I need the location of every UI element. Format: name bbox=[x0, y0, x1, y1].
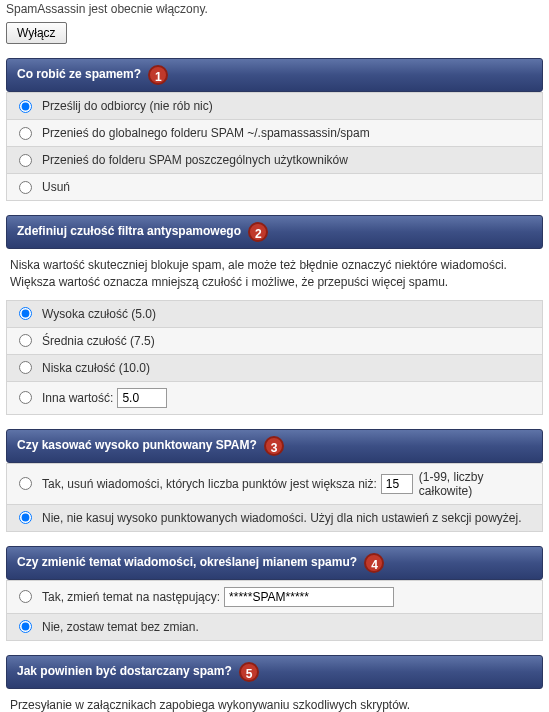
section-title: Zdefiniuj czułość filtra antyspamowego bbox=[17, 224, 241, 238]
option-medium-sensitivity[interactable]: Średnia czułość (7.5) bbox=[7, 327, 542, 354]
option-move-user-spam[interactable]: Przenieś do folderu SPAM poszczególnych … bbox=[7, 146, 542, 173]
options-sensitivity: Wysoka czułość (5.0) Średnia czułość (7.… bbox=[6, 300, 543, 415]
radio-custom-sensitivity[interactable] bbox=[19, 391, 32, 404]
section-title: Czy kasować wysoko punktowany SPAM? bbox=[17, 438, 257, 452]
section-header-rewrite-subject: Czy zmienić temat wiadomości, określanej… bbox=[6, 546, 543, 580]
badge-3: 3 bbox=[264, 436, 284, 456]
custom-sensitivity-input[interactable] bbox=[117, 388, 167, 408]
threshold-suffix: (1-99, liczby całkowite) bbox=[419, 470, 532, 498]
section-header-delivery: Jak powinien być dostarczany spam? 5 bbox=[6, 655, 543, 689]
delivery-description: Przesyłanie w załącznikach zapobiega wyk… bbox=[0, 689, 549, 712]
radio-delete-yes[interactable] bbox=[19, 477, 32, 490]
section-header-delete-high: Czy kasować wysoko punktowany SPAM? 3 bbox=[6, 429, 543, 463]
sensitivity-description: Niska wartość skuteczniej blokuje spam, … bbox=[0, 249, 549, 300]
radio-send-to-recipient[interactable] bbox=[19, 100, 32, 113]
toggle-button[interactable]: Wyłącz bbox=[6, 22, 67, 44]
option-rewrite-no[interactable]: Nie, zostaw temat bez zmian. bbox=[7, 613, 542, 640]
options-delete-high: Tak, usuń wiadomości, których liczba pun… bbox=[6, 463, 543, 532]
option-send-to-recipient[interactable]: Prześlij do odbiorcy (nie rób nic) bbox=[7, 92, 542, 119]
option-custom-sensitivity[interactable]: Inna wartość: bbox=[7, 381, 542, 414]
option-label: Przenieś do globalnego folderu SPAM ~/.s… bbox=[42, 126, 370, 140]
section-title: Co robić ze spamem? bbox=[17, 67, 141, 81]
subject-prefix-input[interactable] bbox=[224, 587, 394, 607]
option-label: Tak, zmień temat na następujący: bbox=[42, 590, 220, 604]
options-spam-action: Prześlij do odbiorcy (nie rób nic) Przen… bbox=[6, 92, 543, 201]
status-text: SpamAssassin jest obecnie włączony. bbox=[0, 0, 549, 22]
options-rewrite-subject: Tak, zmień temat na następujący: Nie, zo… bbox=[6, 580, 543, 641]
option-delete-yes[interactable]: Tak, usuń wiadomości, których liczba pun… bbox=[7, 463, 542, 504]
radio-low-sensitivity[interactable] bbox=[19, 361, 32, 374]
badge-1: 1 bbox=[148, 65, 168, 85]
radio-delete[interactable] bbox=[19, 181, 32, 194]
option-label: Średnia czułość (7.5) bbox=[42, 334, 155, 348]
option-label: Nie, nie kasuj wysoko punktowanych wiado… bbox=[42, 511, 522, 525]
desc-line: Większa wartość oznacza mniejszą czułość… bbox=[10, 275, 448, 289]
badge-2: 2 bbox=[248, 222, 268, 242]
radio-delete-no[interactable] bbox=[19, 511, 32, 524]
option-move-global-spam[interactable]: Przenieś do globalnego folderu SPAM ~/.s… bbox=[7, 119, 542, 146]
option-label: Wysoka czułość (5.0) bbox=[42, 307, 156, 321]
option-label: Niska czułość (10.0) bbox=[42, 361, 150, 375]
option-label: Prześlij do odbiorcy (nie rób nic) bbox=[42, 99, 213, 113]
desc-line: Przesyłanie w załącznikach zapobiega wyk… bbox=[10, 698, 410, 712]
option-label: Przenieś do folderu SPAM poszczególnych … bbox=[42, 153, 348, 167]
section-title: Jak powinien być dostarczany spam? bbox=[17, 664, 232, 678]
radio-rewrite-yes[interactable] bbox=[19, 590, 32, 603]
option-label: Usuń bbox=[42, 180, 70, 194]
option-delete[interactable]: Usuń bbox=[7, 173, 542, 200]
badge-5: 5 bbox=[239, 662, 259, 682]
option-delete-no[interactable]: Nie, nie kasuj wysoko punktowanych wiado… bbox=[7, 504, 542, 531]
option-label: Inna wartość: bbox=[42, 391, 113, 405]
badge-4: 4 bbox=[364, 553, 384, 573]
section-header-spam-action: Co robić ze spamem? 1 bbox=[6, 58, 543, 92]
radio-high-sensitivity[interactable] bbox=[19, 307, 32, 320]
desc-line: Niska wartość skuteczniej blokuje spam, … bbox=[10, 258, 507, 272]
score-threshold-input[interactable] bbox=[381, 474, 413, 494]
radio-move-user-spam[interactable] bbox=[19, 154, 32, 167]
radio-rewrite-no[interactable] bbox=[19, 620, 32, 633]
option-rewrite-yes[interactable]: Tak, zmień temat na następujący: bbox=[7, 580, 542, 613]
radio-medium-sensitivity[interactable] bbox=[19, 334, 32, 347]
option-low-sensitivity[interactable]: Niska czułość (10.0) bbox=[7, 354, 542, 381]
option-label: Tak, usuń wiadomości, których liczba pun… bbox=[42, 477, 377, 491]
radio-move-global-spam[interactable] bbox=[19, 127, 32, 140]
option-label: Nie, zostaw temat bez zmian. bbox=[42, 620, 199, 634]
section-title: Czy zmienić temat wiadomości, określanej… bbox=[17, 555, 357, 569]
section-header-sensitivity: Zdefiniuj czułość filtra antyspamowego 2 bbox=[6, 215, 543, 249]
option-high-sensitivity[interactable]: Wysoka czułość (5.0) bbox=[7, 300, 542, 327]
